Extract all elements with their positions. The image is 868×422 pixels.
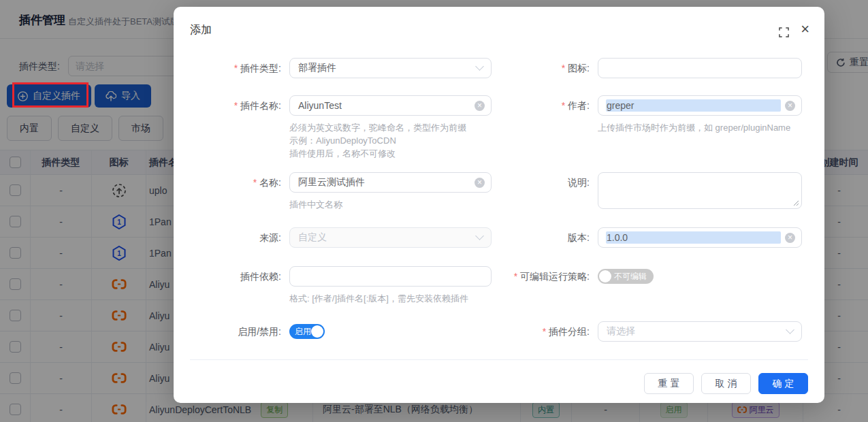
helper-text: 格式: [作者/]插件名[:版本]，需先安装依赖插件	[289, 292, 492, 305]
form-row: 插件名称: AliyunTest 必须为英文或数字，驼峰命名，类型作为前缀 示例…	[190, 95, 808, 160]
cancel-button[interactable]: 取 消	[701, 373, 751, 394]
clear-icon[interactable]	[785, 233, 795, 243]
plugin-management-page: 插件管理 自定义插件处于BETA测试版， 插件类型: 重置 自定义插件 导入	[0, 0, 868, 422]
form-row: 插件类型: 部署插件 图标:	[190, 58, 808, 78]
field-editable-policy: 可编辑运行策略: 不可编辑	[492, 266, 808, 287]
helper-text: 插件中文名称	[289, 198, 492, 211]
dependencies-input[interactable]	[289, 266, 492, 287]
toggle-knob	[311, 325, 323, 338]
field-name: 名称: 阿里云测试插件 插件中文名称	[190, 172, 492, 211]
chevron-down-icon	[475, 231, 484, 240]
field-label: 可编辑运行策略:	[492, 266, 598, 287]
field-label: 启用/禁用:	[190, 321, 289, 342]
source-select: 自定义	[289, 227, 492, 248]
annotation-highlight-box	[12, 82, 89, 108]
version-input[interactable]: 1.0.0	[598, 227, 802, 248]
field-label: 插件类型:	[190, 58, 289, 78]
confirm-button[interactable]: 确 定	[758, 373, 808, 394]
field-label: 图标:	[492, 58, 598, 78]
author-input[interactable]: greper	[598, 95, 802, 116]
form-row: 启用/禁用: 启用 插件分组: 请选择	[190, 321, 808, 342]
description-textarea[interactable]	[598, 172, 802, 209]
field-icon: 图标:	[492, 58, 808, 78]
field-label: 版本:	[492, 227, 598, 248]
field-plugin-type: 插件类型: 部署插件	[190, 58, 492, 78]
toggle-knob	[599, 270, 611, 282]
footer-divider	[190, 359, 808, 360]
field-plugin-name: 插件名称: AliyunTest 必须为英文或数字，驼峰命名，类型作为前缀 示例…	[190, 95, 492, 160]
clear-icon[interactable]	[475, 101, 485, 111]
field-group: 插件分组: 请选择	[492, 321, 808, 342]
field-dependencies: 插件依赖: 格式: [作者/]插件名[:版本]，需先安装依赖插件	[190, 266, 492, 305]
helper-text: 示例：AliyunDeployToCDN	[289, 134, 492, 147]
icon-input[interactable]	[598, 58, 802, 78]
resize-handle	[793, 200, 799, 206]
add-plugin-dialog: 添加 插件类型: 部署插件 图标:	[174, 7, 824, 403]
field-label: 插件分组:	[492, 321, 598, 342]
form-row: 插件依赖: 格式: [作者/]插件名[:版本]，需先安装依赖插件 可编辑运行策略…	[190, 266, 808, 305]
plugin-name-input[interactable]: AliyunTest	[289, 95, 492, 116]
field-label: 来源:	[190, 227, 289, 248]
field-label: 插件依赖:	[190, 266, 289, 287]
dialog-footer: 重 置 取 消 确 定	[644, 373, 808, 394]
toggle-label: 启用	[295, 326, 311, 338]
clear-icon[interactable]	[475, 178, 485, 188]
reset-button[interactable]: 重 置	[644, 373, 694, 394]
helper-text: 插件使用后，名称不可修改	[289, 147, 492, 160]
field-label: 名称:	[190, 172, 289, 193]
dialog-title: 添加	[190, 23, 212, 37]
helper-text: 必须为英文或数字，驼峰命名，类型作为前缀	[289, 121, 492, 134]
field-enabled: 启用/禁用: 启用	[190, 321, 492, 342]
form-row: 来源: 自定义 版本: 1.0.0	[190, 227, 808, 248]
chevron-down-icon	[475, 62, 484, 71]
plugin-group-select[interactable]: 请选择	[598, 321, 802, 342]
chevron-down-icon	[786, 325, 794, 334]
name-input[interactable]: 阿里云测试插件	[289, 172, 492, 193]
field-version: 版本: 1.0.0	[492, 227, 808, 248]
field-label: 插件名称:	[190, 95, 289, 116]
editable-policy-toggle[interactable]: 不可编辑	[598, 269, 654, 284]
field-description: 说明:	[492, 172, 808, 209]
fullscreen-icon[interactable]	[779, 27, 789, 37]
text-selection-highlight	[606, 231, 781, 244]
field-source: 来源: 自定义	[190, 227, 492, 248]
form-row: 名称: 阿里云测试插件 插件中文名称 说明:	[190, 172, 808, 211]
clear-icon[interactable]	[785, 101, 795, 111]
enabled-toggle[interactable]: 启用	[289, 324, 325, 339]
helper-text: 上传插件市场时作为前缀，如 greper/pluginName	[598, 121, 802, 134]
field-label: 说明:	[492, 172, 598, 193]
plugin-type-select[interactable]: 部署插件	[289, 58, 492, 78]
toggle-label: 不可编辑	[614, 271, 647, 282]
field-author: 作者: greper 上传插件市场时作为前缀，如 greper/pluginNa…	[492, 95, 808, 134]
close-icon[interactable]	[801, 22, 809, 37]
field-label: 作者:	[492, 95, 598, 116]
